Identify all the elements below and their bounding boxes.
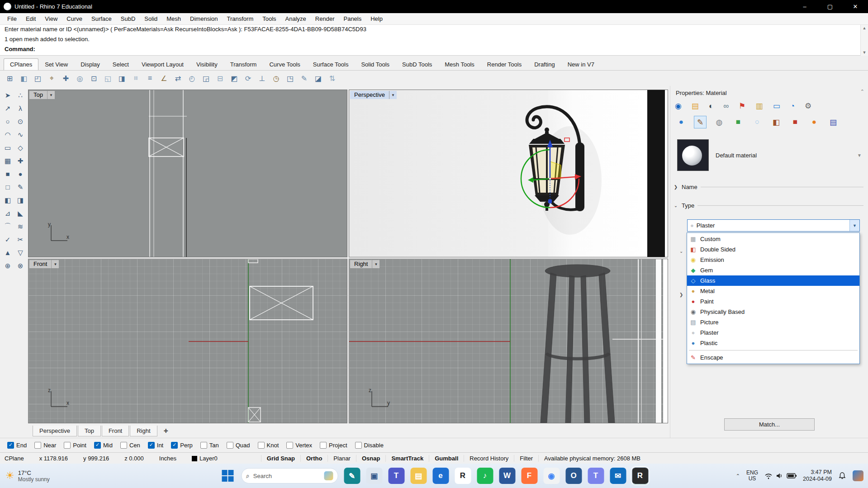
- chrome-icon[interactable]: ◉: [543, 468, 560, 484]
- menu-item[interactable]: Help: [366, 13, 387, 24]
- layers-tab-icon[interactable]: ▤: [692, 101, 699, 111]
- viewport-top[interactable]: Top ▼ y x: [28, 90, 347, 257]
- status-item[interactable]: Inches: [159, 455, 176, 462]
- checker-material-icon[interactable]: ◍: [713, 116, 726, 128]
- start-button[interactable]: [220, 468, 235, 483]
- status-item[interactable]: Layer0: [192, 455, 218, 462]
- status-toggle[interactable]: Planar: [327, 455, 356, 462]
- arc-icon[interactable]: ◠: [1, 128, 14, 141]
- menu-item[interactable]: Mesh: [162, 13, 185, 24]
- ribbon-tab[interactable]: CPlanes: [4, 58, 38, 70]
- checkbox-icon[interactable]: [200, 442, 207, 449]
- split-icon[interactable]: ◧: [1, 194, 14, 207]
- battery-icon[interactable]: [787, 473, 797, 479]
- notifications-tab-icon[interactable]: ◔: [790, 102, 795, 111]
- cplane-clock-icon[interactable]: ◴: [186, 72, 198, 85]
- rhino-active-icon[interactable]: R: [632, 468, 648, 484]
- ribbon-tab[interactable]: Display: [74, 58, 106, 70]
- status-item[interactable]: CPlane: [5, 455, 24, 462]
- spotify-icon[interactable]: ♪: [477, 468, 493, 484]
- dd-item-picture[interactable]: ▤ Picture: [687, 317, 859, 327]
- search-box[interactable]: ⌕ Search: [241, 468, 338, 483]
- properties-tab-icon[interactable]: ◉: [675, 101, 682, 111]
- close-button[interactable]: ✕: [843, 0, 868, 13]
- viewport-tab[interactable]: Front: [102, 426, 129, 436]
- name-section-header[interactable]: ❯ Name: [673, 184, 863, 190]
- cplane-view-icon[interactable]: ◲: [200, 72, 212, 85]
- osnap-toggle[interactable]: Cen: [120, 442, 140, 449]
- cplane-prev-icon[interactable]: ◷: [270, 72, 282, 85]
- cplane-next-icon[interactable]: ◳: [284, 72, 296, 85]
- chevron-down-icon[interactable]: ▼: [389, 91, 397, 99]
- sphere-material-icon[interactable]: ●: [675, 116, 688, 128]
- checkbox-icon[interactable]: [320, 442, 327, 449]
- status-item[interactable]: x 1178.916: [39, 455, 68, 462]
- cplane-circle-icon[interactable]: ◎: [74, 72, 86, 85]
- circle-icon[interactable]: ○: [1, 115, 14, 128]
- status-toggle[interactable]: Available physical memory: 2608 MB: [538, 455, 646, 462]
- dd-item-enscape[interactable]: ✎ Enscape: [687, 352, 859, 363]
- scale-icon[interactable]: ▽: [14, 246, 27, 259]
- menu-item[interactable]: Transform: [222, 13, 258, 24]
- extrude-icon[interactable]: □: [1, 180, 14, 194]
- edit-curve-icon[interactable]: ✎: [14, 180, 27, 194]
- fillet-icon[interactable]: ⊿: [1, 207, 14, 220]
- checkbox-icon[interactable]: [286, 442, 293, 449]
- menu-item[interactable]: Surface: [87, 13, 116, 24]
- paint-material-icon[interactable]: ✎: [694, 116, 707, 128]
- viewport-right[interactable]: Right ▼: [349, 259, 668, 423]
- osnap-toggle[interactable]: Near: [34, 442, 56, 449]
- wifi-icon[interactable]: [764, 472, 773, 479]
- word-icon[interactable]: W: [499, 468, 515, 484]
- menu-item[interactable]: SubD: [116, 13, 140, 24]
- clay-material-icon[interactable]: ●: [808, 116, 821, 128]
- status-toggle[interactable]: Grid Snap: [261, 455, 300, 462]
- menu-item[interactable]: Edit: [21, 13, 40, 24]
- plane-icon[interactable]: ✚: [14, 154, 27, 167]
- obs-icon[interactable]: O: [565, 468, 582, 484]
- outlook-icon[interactable]: ✉: [610, 468, 626, 484]
- rotate-icon[interactable]: ⊕: [1, 259, 14, 272]
- cplane-swap-icon[interactable]: ⇄: [172, 72, 184, 85]
- material-preview[interactable]: [677, 139, 709, 171]
- menu-item[interactable]: Curve: [62, 13, 87, 24]
- checkbox-icon[interactable]: [355, 442, 362, 449]
- menu-item[interactable]: File: [3, 13, 21, 24]
- osnap-toggle[interactable]: Tan: [200, 442, 219, 449]
- viewport-tab[interactable]: Perspective: [33, 426, 77, 436]
- red-material-icon[interactable]: ■: [789, 116, 802, 128]
- material-name[interactable]: Default material: [716, 152, 757, 159]
- viewport-right-label[interactable]: Right ▼: [350, 260, 379, 268]
- rhino-icon[interactable]: R: [455, 468, 471, 484]
- viewport-top-label[interactable]: Top ▼: [29, 91, 55, 99]
- taskbar-corner-app-icon[interactable]: [853, 470, 863, 481]
- folder-icon[interactable]: ▤: [410, 468, 427, 484]
- cplane-move-icon[interactable]: ✚: [60, 72, 72, 85]
- menu-item[interactable]: View: [40, 13, 62, 24]
- cplane-spin-icon[interactable]: ⟳: [242, 72, 254, 85]
- osnap-toggle[interactable]: Perp: [171, 442, 192, 449]
- clock[interactable]: 3:47 PM 2024-04-09: [803, 469, 832, 483]
- move-icon[interactable]: ▲: [1, 246, 14, 259]
- firefox-icon[interactable]: F: [521, 468, 537, 484]
- ribbon-tab[interactable]: Drafting: [528, 58, 561, 70]
- ribbon-tab[interactable]: Solid Tools: [355, 58, 396, 70]
- status-item[interactable]: z 0.000: [124, 455, 144, 462]
- viewport-perspective[interactable]: Perspective ▼: [349, 90, 668, 257]
- surface-grid-icon[interactable]: ▦: [1, 154, 14, 167]
- layered-material-icon[interactable]: ▤: [827, 116, 840, 128]
- language-indicator[interactable]: ENG US: [746, 470, 758, 482]
- status-toggle[interactable]: Ortho: [300, 455, 327, 462]
- ribbon-tab[interactable]: Set View: [38, 58, 74, 70]
- osnap-toggle[interactable]: Int: [148, 442, 163, 449]
- blend-icon[interactable]: ⌒: [1, 220, 14, 233]
- menu-item[interactable]: Tools: [258, 13, 280, 24]
- dd-item-emission[interactable]: ◉ Emission: [687, 255, 859, 265]
- cplane-grid-icon[interactable]: ⊞: [4, 72, 16, 85]
- osnap-toggle[interactable]: Knot: [258, 442, 279, 449]
- points-icon[interactable]: ∴: [14, 89, 27, 102]
- menu-item[interactable]: Solid: [140, 13, 162, 24]
- chevron-down-icon[interactable]: ▼: [857, 153, 862, 158]
- circle-center-icon[interactable]: ⊙: [14, 115, 27, 128]
- dd-item-custom[interactable]: ▦ Custom: [687, 234, 859, 244]
